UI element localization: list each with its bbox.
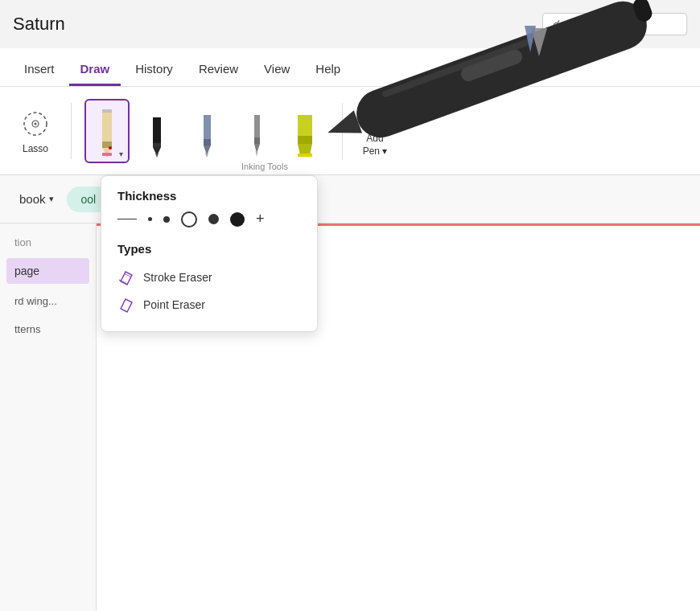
pen3-icon-svg: [245, 112, 268, 158]
pencil-tool[interactable]: ▾: [84, 99, 130, 163]
stroke-eraser-icon: [117, 269, 135, 286]
menu-draw[interactable]: Draw: [69, 54, 121, 86]
search-input[interactable]: [566, 18, 663, 31]
menu-view[interactable]: View: [253, 54, 301, 86]
svg-marker-18: [205, 153, 208, 158]
thickness-plus-icon[interactable]: +: [256, 211, 265, 228]
notebook-label: book: [19, 192, 46, 206]
menu-history[interactable]: History: [124, 54, 184, 86]
svg-rect-11: [153, 117, 161, 146]
svg-rect-26: [298, 154, 312, 157]
point-eraser-icon: [117, 296, 135, 314]
svg-rect-15: [204, 115, 211, 141]
search-icon: ☌: [553, 18, 560, 31]
thickness-line-option[interactable]: [117, 219, 137, 219]
lasso-tool[interactable]: Lasso: [13, 101, 58, 161]
svg-marker-28: [119, 280, 127, 285]
pen2-icon-svg: [196, 112, 218, 158]
svg-marker-30: [121, 299, 132, 312]
add-pen-label: AddPen ▾: [363, 133, 388, 158]
thickness-lg-option[interactable]: [208, 214, 219, 224]
point-eraser-label: Point Eraser: [143, 298, 205, 311]
svg-rect-20: [254, 137, 260, 144]
lasso-icon: [19, 108, 51, 140]
menu-bar: Insert Draw History Review View Help: [0, 48, 700, 87]
ribbon-divider: [71, 103, 72, 159]
types-title: Types: [117, 242, 301, 256]
thickness-sm-option[interactable]: [163, 216, 170, 223]
svg-marker-25: [298, 144, 312, 155]
thickness-title: Thickness: [117, 189, 301, 203]
svg-rect-19: [254, 115, 260, 139]
pen-tool-3[interactable]: [234, 99, 279, 163]
highlighter-icon-svg: [292, 112, 321, 158]
sidebar-item-page[interactable]: page: [6, 258, 89, 284]
pencil-icon-svg: [94, 106, 120, 158]
highlighter-tool[interactable]: [284, 99, 329, 163]
svg-rect-4: [102, 116, 112, 141]
svg-rect-24: [298, 136, 312, 144]
lasso-label: Lasso: [23, 143, 48, 154]
stroke-eraser-option[interactable]: Stroke Eraser: [117, 264, 301, 291]
thickness-options: +: [117, 211, 301, 228]
svg-rect-9: [102, 153, 112, 156]
svg-marker-22: [256, 151, 258, 157]
inking-tools-label: Inking Tools: [241, 162, 288, 171]
notebook-button[interactable]: book ▾: [13, 189, 60, 209]
point-eraser-option[interactable]: Point Eraser: [117, 291, 301, 318]
pen-tool-1[interactable]: [134, 99, 179, 163]
add-pen-plus-icon: +: [362, 104, 388, 129]
thickness-md-option[interactable]: [181, 211, 197, 228]
pen-tools-group: ▾: [84, 99, 329, 163]
app-title: Saturn: [13, 14, 65, 35]
pen2-icon-container: [186, 106, 228, 158]
svg-rect-12: [153, 143, 161, 147]
add-pen-button[interactable]: + AddPen ▾: [356, 97, 394, 164]
title-bar: Saturn ☌: [0, 0, 700, 48]
menu-review[interactable]: Review: [187, 54, 249, 86]
thickness-popup: Thickness + Types Stroke Eraser Point Er…: [101, 175, 318, 332]
svg-point-10: [109, 146, 112, 150]
thickness-xs-option[interactable]: [148, 217, 152, 221]
svg-rect-8: [102, 109, 112, 113]
svg-point-2: [35, 122, 37, 125]
menu-insert[interactable]: Insert: [13, 54, 66, 86]
pen3-icon-container: [236, 106, 278, 158]
search-box[interactable]: ☌: [542, 13, 687, 35]
ribbon-divider-2: [342, 103, 343, 159]
notebook-chevron-icon: ▾: [49, 194, 54, 204]
pen1-icon-svg: [146, 114, 168, 158]
svg-rect-23: [298, 115, 312, 137]
sidebar-section-label: tion: [6, 233, 89, 252]
sidebar-item-patterns[interactable]: tterns: [6, 318, 89, 340]
svg-rect-16: [204, 139, 211, 146]
sidebar-item-wing[interactable]: rd wing...: [6, 290, 89, 312]
thickness-xl-option[interactable]: [230, 212, 245, 227]
highlighter-icon-container: [286, 106, 327, 158]
sidebar: tion page rd wing... tterns: [0, 223, 97, 611]
pen-tool-2[interactable]: [184, 99, 229, 163]
menu-help[interactable]: Help: [304, 54, 352, 86]
pencil-dropdown-arrow[interactable]: ▾: [119, 150, 123, 158]
ribbon-toolbar: Lasso: [0, 87, 700, 175]
pen1-icon-container: [136, 106, 178, 158]
stroke-eraser-label: Stroke Eraser: [143, 271, 212, 284]
svg-marker-14: [155, 154, 159, 158]
